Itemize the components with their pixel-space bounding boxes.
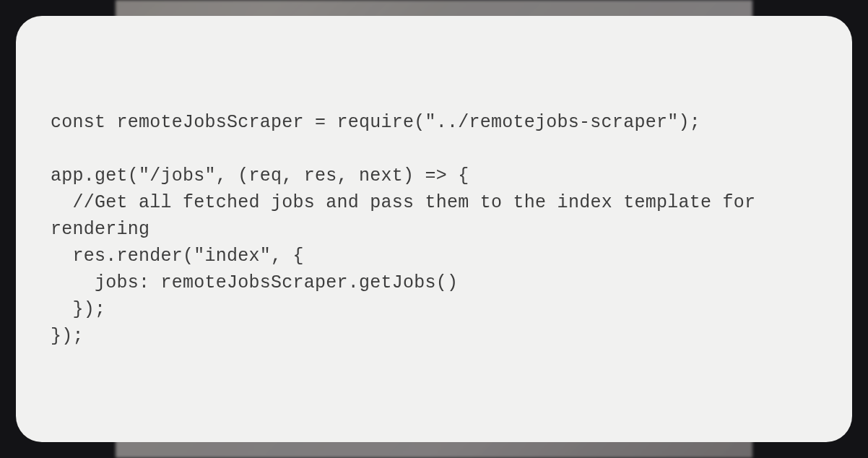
code-content: const remoteJobsScraper = require("../re…	[51, 109, 817, 350]
code-snippet-card: const remoteJobsScraper = require("../re…	[16, 16, 852, 442]
